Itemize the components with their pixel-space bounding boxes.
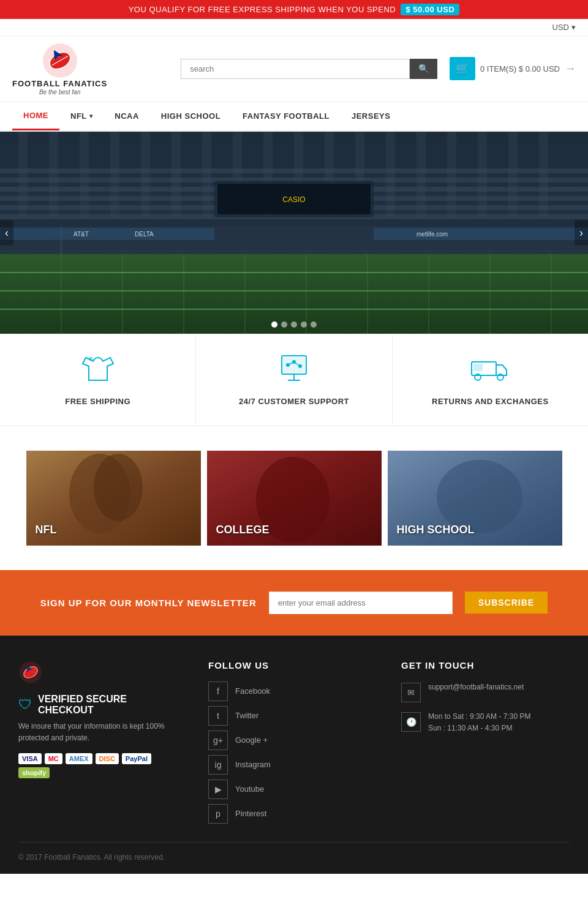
svg-rect-8 <box>49 132 58 217</box>
shirt-icon <box>80 353 116 389</box>
cart-info: 0 ITEM(S) $ 0.00 USD <box>480 64 560 73</box>
contact-list: ✉ support@football-fanatics.net 🕐 Mon to… <box>401 682 570 734</box>
banner-text: YOU QUALIFY FOR FREE EXPRESS SHIPPING WH… <box>129 5 396 14</box>
currency-selector[interactable]: USD ▾ <box>552 23 576 32</box>
twitter-icon: t <box>208 706 228 726</box>
nav-item-jerseys[interactable]: JERSEYS <box>341 103 401 129</box>
newsletter-subscribe-button[interactable]: SUBSCRIBE <box>465 592 548 614</box>
category-college[interactable]: COLLEGE <box>207 451 382 546</box>
hero-dot-3[interactable] <box>291 321 297 328</box>
cart-area[interactable]: 🛒 0 ITEM(S) $ 0.00 USD → <box>450 57 576 80</box>
svg-text:DELTA: DELTA <box>135 231 154 238</box>
svg-rect-24 <box>539 132 548 217</box>
nav-item-fantasy[interactable]: FANTASY FOOTBALL <box>232 103 341 129</box>
svg-rect-22 <box>478 132 487 217</box>
cart-items: 0 ITEM(S) <box>480 64 516 73</box>
copyright-text: © 2017 Football Fanatics. All rights res… <box>18 853 165 862</box>
footer: 🛡 VERIFIED SECURE CHECKOUT We insure tha… <box>0 636 588 874</box>
social-instagram-label: Instagram <box>235 760 271 769</box>
cart-icon[interactable]: 🛒 <box>450 57 475 80</box>
svg-text:CASIO: CASIO <box>282 195 305 204</box>
social-pinterest-label: Pinterest <box>235 809 266 818</box>
hero-indicators <box>271 321 317 328</box>
svg-rect-23 <box>508 132 518 217</box>
social-youtube[interactable]: ▶ Youtube <box>208 779 377 799</box>
features-row: FREE SHIPPING 24/7 CUSTOMER SUPPORT <box>0 334 588 426</box>
footer-top: 🛡 VERIFIED SECURE CHECKOUT We insure tha… <box>18 660 570 843</box>
svg-rect-12 <box>172 132 181 217</box>
facebook-icon: f <box>208 682 228 701</box>
contact-email-text: support@football-fanatics.net <box>428 682 524 693</box>
category-nfl[interactable]: NFL <box>26 451 201 546</box>
footer-logo-icon <box>18 660 43 685</box>
nav-item-highschool[interactable]: HIGH SCHOOL <box>150 103 232 129</box>
secure-checkout-header: 🛡 VERIFIED SECURE CHECKOUT <box>18 694 184 716</box>
payment-icons-row: VISA MC AMEX DISC PayPal shopify <box>18 753 184 778</box>
social-google[interactable]: g+ Google + <box>208 731 377 750</box>
nav-item-home[interactable]: HOME <box>12 102 59 130</box>
social-links-list: f Facebook t Twitter g+ Google + ig Inst… <box>208 682 377 824</box>
navigation: HOME NFL ▾ NCAA HIGH SCHOOL FANTASY FOOT… <box>0 102 588 132</box>
feature-returns-label: RETURNS AND EXCHANGES <box>432 396 549 407</box>
nav-item-nfl[interactable]: NFL ▾ <box>59 103 104 129</box>
social-youtube-label: Youtube <box>235 784 264 794</box>
pinterest-icon: p <box>208 804 228 824</box>
hero-dot-5[interactable] <box>311 321 317 328</box>
social-pinterest[interactable]: p Pinterest <box>208 804 377 824</box>
svg-point-55 <box>89 357 92 361</box>
logo[interactable]: FOOTBALL FANATICS Be the best fan <box>12 42 107 96</box>
hero-next-button[interactable]: › <box>575 220 588 245</box>
shield-icon: 🛡 <box>18 697 32 713</box>
cart-arrow-icon: → <box>565 62 576 75</box>
logo-sub: Be the best fan <box>39 89 80 96</box>
feature-shipping-label: FREE SHIPPING <box>65 396 130 407</box>
svg-rect-13 <box>202 132 211 217</box>
top-banner: YOU QUALIFY FOR FREE EXPRESS SHIPPING WH… <box>0 0 588 19</box>
hero-dot-1[interactable] <box>271 321 277 328</box>
truck-icon <box>469 353 511 389</box>
svg-rect-11 <box>141 132 150 217</box>
svg-rect-50 <box>0 228 214 240</box>
social-instagram[interactable]: ig Instagram <box>208 755 377 775</box>
youtube-icon: ▶ <box>208 779 228 799</box>
amex-icon: AMEX <box>66 753 92 764</box>
shopify-icon: shopify <box>18 767 50 778</box>
search-area: 🔍 <box>181 59 437 79</box>
svg-rect-10 <box>110 132 119 217</box>
feature-returns: RETURNS AND EXCHANGES <box>393 334 588 426</box>
social-facebook[interactable]: f Facebook <box>208 682 377 701</box>
hero-dot-4[interactable] <box>301 321 307 328</box>
nav-item-ncaa[interactable]: NCAA <box>104 103 150 129</box>
svg-rect-20 <box>417 132 426 217</box>
discover-icon: DISC <box>96 753 119 764</box>
categories-section: NFL COLLEGE <box>0 426 588 570</box>
contact-hours-text: Mon to Sat : 9:30 AM - 7:30 PMSun : 11:3… <box>428 711 530 734</box>
svg-text:AT&T: AT&T <box>74 231 89 238</box>
svg-rect-51 <box>374 228 588 240</box>
visa-icon: VISA <box>18 753 42 764</box>
svg-rect-25 <box>0 168 588 173</box>
social-twitter[interactable]: t Twitter <box>208 706 377 726</box>
feature-support-label: 24/7 CUSTOMER SUPPORT <box>239 396 349 407</box>
footer-bottom: © 2017 Football Fanatics. All rights res… <box>18 843 570 862</box>
category-college-label: COLLEGE <box>216 524 270 536</box>
secure-title: VERIFIED SECURE CHECKOUT <box>38 694 184 716</box>
currency-bar: USD ▾ <box>0 19 588 36</box>
contact-email: ✉ support@football-fanatics.net <box>401 682 570 702</box>
logo-name: FOOTBALL FANATICS <box>12 79 107 89</box>
footer-social-col: FOLLOW US f Facebook t Twitter g+ Google… <box>208 660 377 824</box>
feature-free-shipping: FREE SHIPPING <box>0 334 196 426</box>
category-highschool-label: HIGH SCHOOL <box>397 524 475 536</box>
hero-prev-button[interactable]: ‹ <box>0 220 13 245</box>
svg-text:metlife.com: metlife.com <box>417 231 448 238</box>
newsletter-email-input[interactable] <box>269 592 453 614</box>
hero-dot-2[interactable] <box>281 321 287 328</box>
cart-total: $ 0.00 USD <box>519 64 560 73</box>
social-google-label: Google + <box>235 735 268 745</box>
social-facebook-label: Facebook <box>235 686 270 696</box>
svg-rect-19 <box>386 132 395 217</box>
search-input[interactable] <box>181 59 410 79</box>
mastercard-icon: MC <box>45 753 62 764</box>
category-highschool[interactable]: HIGH SCHOOL <box>388 451 562 546</box>
search-button[interactable]: 🔍 <box>410 59 437 79</box>
